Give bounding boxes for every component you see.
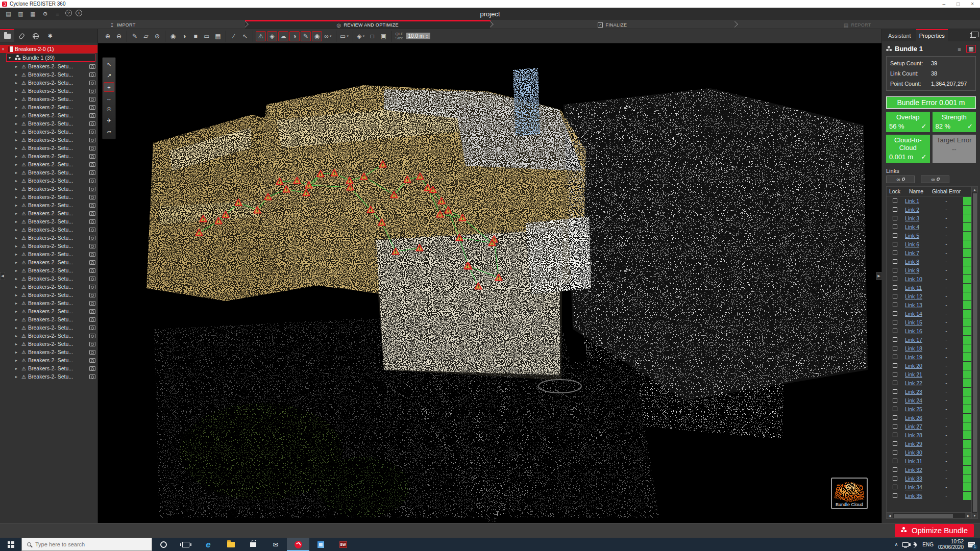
lock-checkbox[interactable] [893,242,897,246]
close-button[interactable]: × [971,1,974,7]
link-name[interactable]: Link 5 [903,233,929,239]
lock-checkbox[interactable] [893,198,897,203]
tree-setup-item[interactable]: ▸⚠Breakers-2- Setu... [0,364,97,372]
activity-log-icon[interactable]: ≡ [53,10,62,18]
lock-checkbox[interactable] [893,389,897,394]
select-append-tool[interactable]: ↗ [104,71,114,81]
measure-tool-icon[interactable]: ∕ [229,31,239,41]
lock-checkbox[interactable] [893,259,897,264]
plane-view-icon[interactable]: ■ [190,31,201,41]
tree-setup-item[interactable]: ▸⚠Breakers-2- Setu... [0,128,97,136]
expand-icon[interactable]: ▸ [15,342,19,346]
help-icon[interactable]: ? [65,10,72,16]
clone-setup-icon[interactable]: ▱ [141,31,151,41]
link-name[interactable]: Link 8 [903,259,929,265]
link-name[interactable]: Link 2 [903,207,929,213]
setup-images-icon[interactable] [89,138,95,142]
optimize-bundle-button[interactable]: Optimize Bundle [895,524,974,537]
bundle-cloud-thumbnail[interactable]: Bundle Cloud [831,478,868,509]
point-color-icon[interactable]: ◑ [179,31,189,41]
expand-icon[interactable]: ▸ [15,130,19,134]
tray-overflow-icon[interactable]: ∧ [895,542,898,547]
tree-setup-item[interactable]: ▸⚠Breakers-2- Setu... [0,242,97,250]
setup-images-icon[interactable] [89,162,95,167]
tree-setup-item[interactable]: ▸⚠Breakers-2- Setu... [0,62,97,70]
setup-images-icon[interactable] [89,113,95,118]
tree-setup-item[interactable]: ▸⚠Breakers-2- Setu... [0,372,97,381]
expand-icon[interactable]: ▸ [15,317,19,322]
setup-images-icon[interactable] [89,252,95,257]
notification-center-icon[interactable]: 1 [968,542,975,547]
link-name[interactable]: Link 29 [903,441,929,447]
expand-icon[interactable]: ▸ [15,285,19,289]
lock-checkbox[interactable] [893,320,897,324]
edge-taskbar-button[interactable]: e [197,538,219,551]
lock-checkbox[interactable] [893,407,897,411]
solidworks-taskbar-button[interactable]: SW [332,538,354,551]
setup-images-icon[interactable] [89,97,95,102]
expand-icon[interactable]: ▸ [15,89,19,93]
tree-setup-item[interactable]: ▸⚠Breakers-2- Setu... [0,307,97,315]
grid-view-icon[interactable]: ▦ [966,45,976,53]
ucs-cube-icon[interactable]: □ [367,31,377,41]
expand-icon[interactable]: ▸ [15,64,19,69]
setup-images-icon[interactable] [89,89,95,93]
expand-icon[interactable]: ▸ [15,236,19,240]
lock-all-links-button[interactable]: ∞ [886,176,915,183]
storage-manager-icon[interactable]: ▦ [29,10,37,18]
scroll-down-icon[interactable]: ▼ [972,513,977,518]
setup-images-icon[interactable] [89,146,95,151]
lock-checkbox[interactable] [893,294,897,298]
link-name[interactable]: Link 17 [903,337,929,343]
tree-setup-item[interactable]: ▸⚠Breakers-2- Setu... [0,274,97,283]
link-name[interactable]: Link 10 [903,276,929,282]
edit-cloud-icon[interactable]: ✎ [130,31,140,41]
lock-checkbox[interactable] [893,268,897,272]
geotags-toggle-icon[interactable]: ◉ [312,31,322,41]
task-view-taskbar-button[interactable] [175,538,197,551]
link-name[interactable]: Link 16 [903,328,929,334]
tree-setup-item[interactable]: ▸⚠Breakers-2- Setu... [0,79,97,87]
link-name[interactable]: Link 20 [903,363,929,369]
maximize-button[interactable]: □ [957,1,960,7]
lock-checkbox[interactable] [893,346,897,350]
expand-icon[interactable]: ▾ [2,47,6,52]
volume-icon[interactable] [913,542,916,546]
scrollbar-thumb[interactable] [973,193,977,512]
setup-images-icon[interactable] [89,236,95,240]
setup-images-icon[interactable] [89,350,95,355]
lock-checkbox[interactable] [893,285,897,290]
link-name[interactable]: Link 13 [903,302,929,308]
expand-icon[interactable]: ▸ [15,72,19,77]
link-name[interactable]: Link 15 [903,319,929,325]
panorama-view-icon[interactable]: ▭ [202,31,212,41]
link-name[interactable]: Link 1 [903,198,929,204]
links-column-header[interactable]: Name [903,188,929,194]
expand-icon[interactable]: ▸ [15,179,19,183]
tree-setup-item[interactable]: ▸⚠Breakers-2- Setu... [0,177,97,185]
pan-tool[interactable]: + [104,82,114,92]
tree-setup-item[interactable]: ▸⚠Breakers-2- Setu... [0,119,97,128]
lock-checkbox[interactable] [893,485,897,489]
expand-icon[interactable]: ▸ [15,146,19,151]
expand-icon[interactable]: ▸ [15,97,19,102]
setup-images-icon[interactable] [89,317,95,322]
link-name[interactable]: Link 14 [903,311,929,317]
lock-checkbox[interactable] [893,467,897,472]
link-name[interactable]: Link 23 [903,389,929,395]
link-name[interactable]: Link 33 [903,475,929,482]
link-name[interactable]: Link 24 [903,397,929,404]
link-name[interactable]: Link 25 [903,406,929,412]
setup-images-icon[interactable] [89,64,95,69]
web-services-tab[interactable] [29,29,43,42]
setup-images-icon[interactable] [89,334,95,338]
network-icon[interactable] [902,542,909,547]
expand-icon[interactable]: ▸ [15,81,19,85]
tree-setup-item[interactable]: ▸⚠Breakers-2- Setu... [0,299,97,307]
workflow-step-report[interactable]: ▤REPORT [734,20,980,29]
lock-checkbox[interactable] [893,441,897,446]
lock-checkbox[interactable] [893,363,897,368]
taskbar-search[interactable] [21,538,152,551]
cyclone-register-taskbar-button[interactable] [287,538,309,551]
expand-icon[interactable]: ▸ [15,113,19,118]
